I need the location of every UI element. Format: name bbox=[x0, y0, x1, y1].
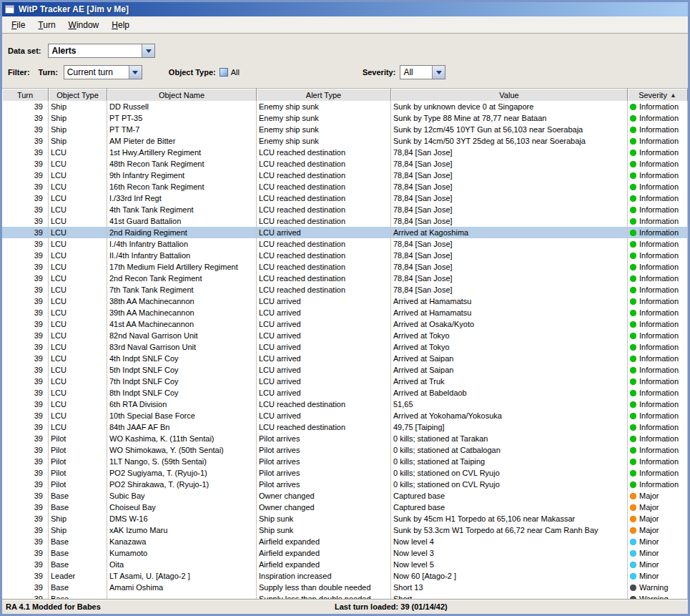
table-row[interactable]: 39LCU4th Tank Tank RegimentLCU reached d… bbox=[2, 204, 688, 215]
table-row[interactable]: 39LCU41st Guard BattalionLCU reached des… bbox=[2, 215, 688, 227]
severity-cell: Information bbox=[628, 318, 688, 330]
table-row[interactable]: 39LCU10th Special Base ForceLCU arrivedA… bbox=[2, 410, 688, 421]
table-row[interactable]: 39LCU7th Tank Tank RegimentLCU reached d… bbox=[2, 284, 688, 295]
title-bar[interactable]: WitP Tracker AE [Jim v Me] bbox=[2, 2, 688, 16]
table-row[interactable]: 39BaseChoiseul BayOwner changedCaptured … bbox=[2, 502, 688, 513]
table-row[interactable]: 39BaseSubic BayOwner changedCaptured bas… bbox=[2, 490, 688, 502]
table-row[interactable]: 39Pilot1LT Nango, S. (59th Sentai)Pilot … bbox=[2, 456, 688, 467]
severity-label: Information bbox=[639, 433, 679, 444]
cell-turn: 39 bbox=[2, 456, 49, 467]
cell-turn: 39 bbox=[2, 479, 49, 490]
severity-label: Information bbox=[639, 135, 679, 147]
table-row[interactable]: 39ShipDD RussellEnemy ship sunkSunk by u… bbox=[2, 101, 688, 112]
column-header-object-name[interactable]: Object Name bbox=[107, 89, 257, 101]
table-row[interactable]: 39LCU7th Indpt SNLF CoyLCU arrivedArrive… bbox=[2, 376, 688, 387]
severity-cell: Information bbox=[628, 147, 688, 158]
cell-object-type: Ship bbox=[49, 524, 107, 536]
cell-turn: 39 bbox=[2, 170, 49, 181]
table-row[interactable]: 39LCU1st Hwy.Artillery RegimentLCU reach… bbox=[2, 147, 688, 158]
column-header-object-type[interactable]: Object Type bbox=[49, 89, 107, 101]
chevron-down-icon[interactable] bbox=[142, 44, 154, 57]
column-header-value[interactable]: Value bbox=[391, 89, 628, 101]
table-row[interactable]: 39LCU83rd Naval Garrison UnitLCU arrived… bbox=[2, 341, 688, 353]
cell-object-type: Leader bbox=[49, 570, 107, 582]
table-row[interactable]: 39LCU38th AA MachinecannonLCU arrivedArr… bbox=[2, 295, 688, 307]
cell-object-name: DMS W-16 bbox=[107, 513, 257, 524]
table-row[interactable]: 39LCU41st AA MachinecannonLCU arrivedArr… bbox=[2, 318, 688, 330]
severity-label: Information bbox=[639, 479, 679, 490]
cell-object-type: LCU bbox=[49, 170, 107, 181]
table-row[interactable]: 39BaseAmami OshimaSupply less than doubl… bbox=[2, 582, 688, 593]
cell-turn: 39 bbox=[2, 410, 49, 421]
table-row[interactable]: 39PilotPO2 Sugiyama, T. (Ryujo-1)Pilot a… bbox=[2, 467, 688, 479]
cell-value: Sunk by 12cm/45 10YT Gun at 56,103 near … bbox=[391, 124, 628, 135]
cell-alert-type: LCU reached destination bbox=[257, 261, 391, 273]
cell-object-type: Base bbox=[49, 490, 107, 502]
table-row[interactable]: 39LCUI./33rd Inf RegtLCU reached destina… bbox=[2, 192, 688, 204]
cell-turn: 39 bbox=[2, 250, 49, 261]
table-row[interactable]: 39ShipPT PT-35Enemy ship sunkSunk by Typ… bbox=[2, 112, 688, 124]
table-row[interactable]: 39ShipPT TM-7Enemy ship sunkSunk by 12cm… bbox=[2, 124, 688, 135]
dataset-combobox[interactable]: Alerts bbox=[48, 44, 155, 58]
chevron-down-icon[interactable] bbox=[432, 66, 445, 79]
table-row[interactable]: 39LCU2nd Recon Tank RegimentLCU reached … bbox=[2, 273, 688, 284]
menu-window[interactable]: Window bbox=[62, 18, 106, 32]
table-row[interactable]: 39LCUII./4th Infantry BattalionLCU reach… bbox=[2, 250, 688, 261]
object-type-filter-icon[interactable] bbox=[220, 68, 228, 77]
chevron-down-icon[interactable] bbox=[129, 66, 142, 79]
menu-help[interactable]: Help bbox=[105, 18, 136, 32]
column-header-turn[interactable]: Turn bbox=[2, 89, 49, 101]
column-header-alert-type[interactable]: Alert Type bbox=[257, 89, 391, 101]
cell-turn: 39 bbox=[2, 582, 49, 593]
severity-label: Information bbox=[639, 227, 679, 238]
cell-alert-type: LCU arrived bbox=[257, 376, 391, 387]
cell-value: 78,84 [San Jose] bbox=[391, 273, 628, 284]
table-row[interactable]: 39ShipAM Pieter de BitterEnemy ship sunk… bbox=[2, 135, 688, 147]
table-row[interactable]: 39LCU82nd Naval Garrison UnitLCU arrived… bbox=[2, 330, 688, 341]
cell-alert-type: LCU reached destination bbox=[257, 147, 391, 158]
menu-turn[interactable]: Turn bbox=[31, 18, 61, 32]
table-row[interactable]: 39LCU16th Recon Tank RegimentLCU reached… bbox=[2, 181, 688, 192]
severity-dot-icon bbox=[630, 115, 636, 122]
table-row[interactable]: 39LCU6th RTA DivisionLCU reached destina… bbox=[2, 399, 688, 410]
table-row[interactable]: 39LCU4th Indpt SNLF CoyLCU arrivedArrive… bbox=[2, 353, 688, 364]
severity-dot-icon bbox=[630, 413, 636, 419]
cell-value: Short 13 bbox=[391, 582, 628, 593]
table-row[interactable]: 39PilotWO Shimokawa, Y. (50th Sentai)Pil… bbox=[2, 444, 688, 456]
table-row[interactable]: 39LeaderLT Asami, U. [Atago-2 ]Inspirati… bbox=[2, 570, 688, 582]
table-row[interactable]: 39LCU17th Medium Field Artillery Regimen… bbox=[2, 261, 688, 273]
cell-object-name: Subic Bay bbox=[107, 490, 257, 502]
table-row[interactable]: 39LCU48th Recon Tank RegimentLCU reached… bbox=[2, 158, 688, 170]
table-row[interactable]: 39LCU5th Indpt SNLF CoyLCU arrivedArrive… bbox=[2, 364, 688, 376]
severity-label: Information bbox=[639, 250, 679, 261]
turn-filter-combobox[interactable]: Current turn bbox=[64, 65, 142, 79]
table-row[interactable]: 39BaseKumamotoAirfield expandedNow level… bbox=[2, 547, 688, 559]
cell-alert-type: Pilot arrives bbox=[257, 479, 391, 490]
table-row[interactable]: 39BaseKanazawaAirfield expandedNow level… bbox=[2, 536, 688, 547]
sort-ascending-icon: ▲ bbox=[670, 92, 676, 99]
cell-alert-type: Owner changed bbox=[257, 502, 391, 513]
table-row[interactable]: 39LCU9th Infantry RegimentLCU reached de… bbox=[2, 170, 688, 181]
table-row[interactable]: 39PilotPO2 Shirakawa, T. (Ryujo-1)Pilot … bbox=[2, 479, 688, 490]
table-row[interactable]: 39ShipDMS W-16Ship sunkSunk by 45cm H1 T… bbox=[2, 513, 688, 524]
table-row[interactable]: 39ShipxAK Izumo MaruShip sunkSunk by 53.… bbox=[2, 524, 688, 536]
severity-label: Information bbox=[639, 181, 679, 192]
status-bar: RA 4.1 Modded for Babes Last turn loaded… bbox=[2, 599, 688, 614]
cell-turn: 39 bbox=[2, 238, 49, 250]
severity-dot-icon bbox=[630, 356, 636, 362]
cell-turn: 39 bbox=[2, 158, 49, 170]
table-row[interactable]: 39LCU39th AA MachinecannonLCU arrivedArr… bbox=[2, 307, 688, 318]
column-header-severity[interactable]: Severity ▲ bbox=[628, 89, 688, 101]
table-row[interactable]: 39LCU8th Indpt SNLF CoyLCU arrivedArrive… bbox=[2, 387, 688, 399]
table-row[interactable]: 39LCUI./4th Infantry BattalionLCU reache… bbox=[2, 238, 688, 250]
table-row[interactable]: 39LCU2nd Raiding RegimentLCU arrivedArri… bbox=[2, 227, 688, 238]
menu-file[interactable]: File bbox=[5, 18, 31, 32]
cell-object-type: LCU bbox=[49, 147, 107, 158]
cell-alert-type: Enemy ship sunk bbox=[257, 101, 391, 112]
cell-object-type: LCU bbox=[49, 192, 107, 204]
severity-filter-combobox[interactable]: All bbox=[400, 65, 445, 79]
table-row[interactable]: 39PilotWO Kashima, K. (11th Sentai)Pilot… bbox=[2, 433, 688, 444]
table-row[interactable]: 39LCU84th JAAF AF BnLCU reached destinat… bbox=[2, 421, 688, 433]
cell-alert-type: LCU reached destination bbox=[257, 158, 391, 170]
table-row[interactable]: 39BaseOitaAirfield expandedNow level 5Mi… bbox=[2, 559, 688, 570]
